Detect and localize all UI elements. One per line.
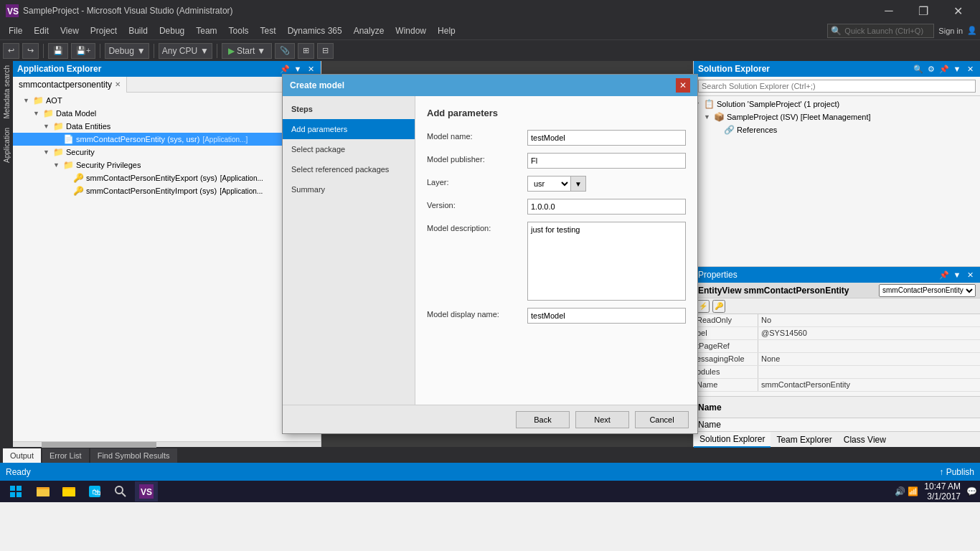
dropdown-solution-btn[interactable]: ▼ [951,63,963,75]
tab-solution-explorer[interactable]: Solution Explorer [694,432,771,448]
close-solution-btn[interactable]: ✕ [964,63,976,75]
layer-dropdown-btn[interactable]: ▼ [570,176,586,192]
menu-build[interactable]: Build [123,24,154,38]
restore-button[interactable]: ❐ [907,0,940,22]
close-props-btn[interactable]: ✕ [964,269,976,281]
quick-launch-input[interactable] [844,27,930,35]
tree-item-data-entities[interactable]: ▼ 📁 Data Entities [13,120,321,133]
step-add-parameters[interactable]: Add parameters [283,119,415,139]
back-button[interactable]: Back [516,411,570,428]
display-name-input[interactable] [527,308,686,324]
tree-item-security[interactable]: ▼ 📁 Security [13,146,321,159]
redo-button[interactable]: ↪ [22,43,39,59]
tab-find-symbol[interactable]: Find Symbol Results [90,448,177,463]
cancel-button[interactable]: Cancel [635,411,689,428]
references-node[interactable]: 🔗 References [694,123,980,136]
menu-debug[interactable]: Debug [154,24,190,38]
tab-output[interactable]: Output [3,448,41,463]
menu-test[interactable]: Test [255,24,282,38]
menu-file[interactable]: File [3,24,28,38]
tree-item-data-model[interactable]: ▼ 📁 Data Model [13,107,321,120]
step-select-referenced[interactable]: Select referenced packages [283,159,415,179]
tab-error-list[interactable]: Error List [42,448,89,463]
filter-props-btn[interactable]: 🔑 [712,300,725,313]
explorer-tab[interactable]: smmcontactpersonentity ✕ [13,77,127,93]
menu-edit[interactable]: Edit [28,24,55,38]
scroll-thumb[interactable] [42,442,156,448]
taskbar-search[interactable] [109,481,132,501]
next-button[interactable]: Next [575,411,629,428]
tree-item-aot[interactable]: ▼ 📁 AOT [13,94,321,107]
tree-item-security-privileges[interactable]: ▼ 📁 Security Privileges [13,159,321,171]
solution-tree[interactable]: ▼ 📋 Solution 'SampleProject' (1 project)… [694,96,980,266]
step-select-package[interactable]: Select package [283,139,415,159]
model-desc-input[interactable] [527,222,686,301]
expand-icon[interactable]: ▼ [43,123,53,130]
grid-button[interactable]: ⊞ [298,43,314,59]
solution-root[interactable]: ▼ 📋 Solution 'SampleProject' (1 project) [694,98,980,110]
cpu-dropdown[interactable]: Any CPU ▼ [159,43,212,59]
pin-solution-btn[interactable]: 📌 [938,63,950,75]
menu-window[interactable]: Window [390,24,432,38]
menu-view[interactable]: View [55,24,85,38]
metadata-search-label[interactable]: Metadata search [1,61,12,123]
minimize-button[interactable]: ─ [872,0,905,22]
menu-team[interactable]: Team [190,24,222,38]
version-input[interactable] [527,199,686,215]
pin-button[interactable]: 📌 [279,63,291,75]
grid2-button[interactable]: ⊟ [317,43,334,59]
tab-team-explorer[interactable]: Team Explorer [771,432,837,448]
notification-icon[interactable]: 💬 [966,486,977,496]
model-name-input[interactable] [527,130,686,146]
sign-in-link[interactable]: Sign in [938,27,963,35]
date-display: 3/1/2017 [924,491,961,501]
taskbar-file-explorer[interactable] [32,481,55,501]
prop-row-modules: odules [694,366,980,379]
expand-icon[interactable]: ▼ [43,149,53,156]
search-solution-btn[interactable]: 🔍 [913,63,924,75]
menu-analyze[interactable]: Analyze [348,24,390,38]
close-button[interactable]: ✕ [941,0,974,22]
entity-dropdown[interactable]: smmContactPersonEntity [879,284,976,297]
step-summary[interactable]: Summary [283,179,415,199]
sort-props-btn[interactable]: ⚡ [697,300,710,313]
taskbar-store[interactable]: 🛍 [83,481,106,501]
windows-start-button[interactable] [3,481,29,501]
layer-select[interactable]: usr cus var [527,176,570,192]
app-explorer-tree[interactable]: ▼ 📁 AOT ▼ 📁 Data Model ▼ 📁 Data Entities [13,93,321,441]
account-icon[interactable]: 👤 [967,26,977,35]
tree-item-smm-entity[interactable]: 📄 smmContactPersonEntity (sys, usr) [App… [13,133,321,146]
tab-close-btn[interactable]: ✕ [115,80,121,88]
expand-icon[interactable]: ▼ [33,110,43,117]
undo-button[interactable]: ↩ [3,43,19,59]
settings-btn[interactable]: ⚙ [925,63,937,75]
tree-item-export[interactable]: 🔑 smmContactPersonEntityExport (sys) [Ap… [13,171,321,184]
debug-config-dropdown[interactable]: Debug ▼ [105,43,149,59]
tree-item-import[interactable]: 🔑 smmContactPersonEntityImport (sys) [Ap… [13,184,321,197]
taskbar-folder[interactable] [57,481,80,501]
save-all-button[interactable]: 💾+ [71,43,95,59]
menu-project[interactable]: Project [85,24,123,38]
horizontal-scrollbar[interactable] [13,441,321,447]
menu-help[interactable]: Help [432,24,461,38]
tab-class-view[interactable]: Class View [838,432,892,448]
start-button[interactable]: ▶ Start ▼ [222,43,272,59]
taskbar-vs[interactable]: VS [135,481,158,501]
expand-icon[interactable]: ▼ [23,97,33,104]
pin-props-btn[interactable]: 📌 [938,269,950,281]
solution-search-input[interactable] [698,80,976,93]
attach-button[interactable]: 📎 [275,43,295,59]
menu-tools[interactable]: Tools [223,24,255,38]
close-panel-btn[interactable]: ✕ [305,63,316,75]
expand-icon[interactable]: ▼ [704,113,714,121]
dialog-close-button[interactable]: ✕ [676,78,690,93]
model-publisher-input[interactable] [527,153,686,169]
dropdown-props-btn[interactable]: ▼ [951,269,963,281]
save-button[interactable]: 💾 [48,43,68,59]
project-node[interactable]: ▼ 📦 SampleProject (ISV) [Fleet Managemen… [694,110,980,123]
publish-button[interactable]: ↑ Publish [939,467,974,477]
application-label[interactable]: Application [1,123,12,167]
expand-icon[interactable]: ▼ [53,161,63,169]
dropdown-btn[interactable]: ▼ [292,63,303,75]
menu-dynamics365[interactable]: Dynamics 365 [282,24,348,38]
